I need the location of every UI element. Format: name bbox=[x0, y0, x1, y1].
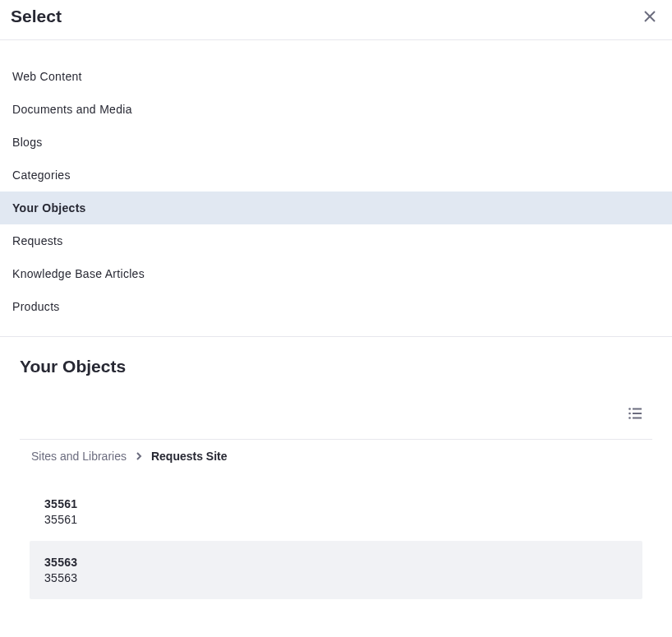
list-view-icon bbox=[628, 406, 642, 421]
list-item[interactable]: 35563 35563 bbox=[30, 541, 642, 599]
sidebar-item-label: Knowledge Base Articles bbox=[12, 267, 145, 280]
view-toggle-button[interactable] bbox=[618, 403, 652, 424]
list-item-title: 35563 bbox=[44, 556, 628, 569]
list-item-subtitle: 35561 bbox=[44, 513, 628, 526]
sidebar-item-web-content[interactable]: Web Content bbox=[0, 60, 672, 93]
sidebar-item-documents-media[interactable]: Documents and Media bbox=[0, 93, 672, 126]
dialog-title: Select bbox=[11, 7, 62, 26]
sidebar-item-knowledge-base[interactable]: Knowledge Base Articles bbox=[0, 257, 672, 290]
svg-rect-3 bbox=[633, 409, 642, 410]
svg-point-4 bbox=[628, 413, 631, 415]
list-item-subtitle: 35563 bbox=[44, 571, 628, 584]
content-title: Your Objects bbox=[20, 357, 652, 376]
dialog-header: Select bbox=[0, 0, 672, 40]
sidebar-item-label: Web Content bbox=[12, 70, 82, 83]
sidebar-item-label: Products bbox=[12, 300, 60, 313]
sidebar-nav: Web Content Documents and Media Blogs Ca… bbox=[0, 40, 672, 337]
list-item-title: 35561 bbox=[44, 497, 628, 510]
svg-rect-5 bbox=[633, 413, 642, 414]
sidebar-item-label: Your Objects bbox=[12, 201, 86, 215]
content-area: Your Objects Sites and Libraries Request… bbox=[0, 337, 672, 629]
svg-rect-7 bbox=[633, 418, 642, 419]
sidebar-item-label: Blogs bbox=[12, 136, 43, 149]
sidebar-item-blogs[interactable]: Blogs bbox=[0, 126, 672, 159]
close-icon bbox=[643, 10, 656, 23]
toolbar bbox=[20, 396, 652, 440]
object-list: 35561 35561 35563 35563 bbox=[20, 473, 652, 609]
sidebar-item-your-objects[interactable]: Your Objects bbox=[0, 192, 672, 224]
svg-point-6 bbox=[628, 417, 631, 419]
breadcrumb-separator bbox=[135, 450, 143, 463]
sidebar-item-label: Requests bbox=[12, 234, 63, 247]
chevron-right-icon bbox=[135, 452, 143, 460]
close-button[interactable] bbox=[640, 7, 660, 26]
sidebar-item-categories[interactable]: Categories bbox=[0, 159, 672, 192]
svg-point-2 bbox=[628, 408, 631, 410]
sidebar-item-label: Categories bbox=[12, 168, 71, 182]
list-item[interactable]: 35561 35561 bbox=[30, 482, 642, 541]
breadcrumb-root-link[interactable]: Sites and Libraries bbox=[31, 450, 127, 463]
breadcrumb-current: Requests Site bbox=[151, 450, 228, 463]
sidebar-item-label: Documents and Media bbox=[12, 103, 132, 116]
sidebar-item-products[interactable]: Products bbox=[0, 290, 672, 323]
sidebar-item-requests[interactable]: Requests bbox=[0, 224, 672, 257]
breadcrumb: Sites and Libraries Requests Site bbox=[20, 440, 652, 473]
